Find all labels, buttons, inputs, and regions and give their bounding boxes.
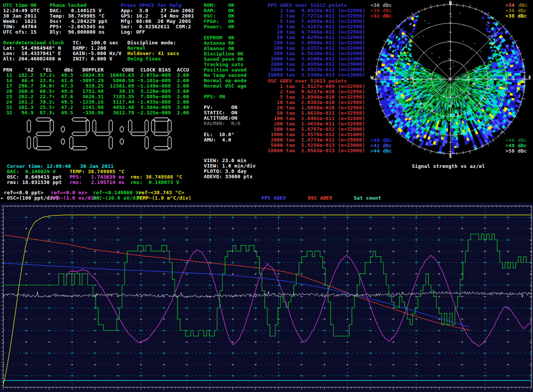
tc-setting: TC: 100.0 sec [73,40,119,46]
seven-segment-time [10,117,195,152]
compass-north: N [449,0,452,6]
pps-adev-row-10: 10 tau 7.4107e-011 (n=32980) [268,24,365,29]
strip-chart-plot-area[interactable] [0,203,533,392]
kalman-state: KALMAN: N/A [204,121,240,126]
help-hint: Press SPACE for help [121,3,182,8]
pps-adev-row-100: 100 tau 3.0060e-011 (n=32800) [268,40,365,46]
serial-number: Ser: 0.82362611 COM:2 [121,24,191,29]
status-ram: RAM: OK [204,8,234,13]
scale-osc: ← OSC=(100 ppt/div) [1,195,59,201]
ref-dac: ref~<0.148060 V> [93,190,142,195]
cursor-pps: PPS: 1.743639 ns [70,174,125,180]
pps-state: PPS: ON [204,94,225,99]
dbc-gt38: >38 dBc [505,13,527,19]
temp-readout: Temp: 38.749985 °C [50,13,105,19]
sat-row-17: 17 296.7 34.8↑ 47.3 928.25 11501.69 -1.1… [3,83,189,89]
sat-table-header: PRN °AZ °EL dBc DOPPLER CODE CLOCK BIAS … [3,67,189,73]
log-status: Log: OFF [121,29,145,35]
osc-readout: Osc↑ 4.284229 ppt [50,19,108,24]
signal-strength-polar-map [367,0,533,161]
status-leap: No leap second [204,73,247,78]
status-tracking: Tracking sats [204,62,244,67]
osc-adev-title: OSC ADEV over 51613 points [268,78,347,84]
cursor-pps-rms: rms: 2.195714 ns [70,180,125,185]
pps-adev-row-5: 5 tau 7.4889e-011 (n=32990) [268,19,365,24]
status-rom: ROM: OK [204,3,234,8]
gps-tow: TOW: 44704 [3,24,37,29]
cursor-osc-rms: rms: 18.031530 ppt [7,180,62,185]
compass-south: S [449,153,452,159]
osc-adev-row-50: 50 tau 5.0610e-011 (n=32900) [268,111,365,116]
utc-time: 12:24:49 UTC [3,8,40,13]
osc-adev-row-2000: 2000 tau 1.4774e-012 (n=29000) [268,137,365,143]
dbc-gt34: >34 [505,3,515,8]
lady-heather-screen: UTC time OK12:24:49 UTC30 Jan 2011Week: … [0,0,533,392]
dbc-gt40: >40 dBc [370,138,392,143]
ref-osc: ref=<0.0 ppt> [4,190,44,195]
status-osc-age: Normal OSC age [204,83,247,89]
gps-version: GPS: 10.2 14 Nov 2001 [121,13,194,19]
osc-adev-row-200: 200 tau 1.4659e-011 (n=32600) [268,121,365,127]
pps-adev-title: PPS ADEV over 51613 points [268,3,347,8]
dbc-gt48: >48 dBc [505,143,527,148]
longitude: Lon: 18.4337841° E [3,51,61,56]
utc-offset: UTC ofs: 15 [3,29,37,35]
scale-pps: PPS~(1.0 ns/div) [51,195,100,201]
doing-fixes: Doing fixes [127,56,161,62]
status-almanac: Almanac OK [204,46,234,51]
osc-adev-row-10000: 10000 tau 2.9563e-013 (n=13000) [268,148,365,153]
sat-row-20: 20 260.6 60.5↑ 49.6 1751.48 30.15 3.120e… [3,89,189,94]
phase-status: Phase locked [50,3,86,8]
dbc-gt30: >30 dBc [370,8,392,13]
ref-temp: ref~<38.743 °C> [138,190,184,195]
status-op-mode: Normal op mode [204,78,247,83]
clock-mode: Overdetermined clock [3,40,64,46]
sat-row-24: 24 161.2 70.2↓ 49.5 -1230.16 5117.44 -1.… [3,99,189,105]
pps-adev-row-2: 2 tau 7.7271e-011 (n=32996) [268,13,365,19]
osc-adev-row-1: 1 tau 1.9127e-009 (n=32998) [268,84,365,89]
dbc-gt32: >32 dBc [370,13,392,19]
latitude: Lat: 54.4964948° N [3,46,61,51]
sat-row-32: 32 94.9 87.3↓ 49.5 -336.96 3612.78 -2.32… [3,110,189,115]
cursor-time: Cursor time: 12:09:40 30 Jan 2011 [7,164,114,169]
pps-adev-row-5000: 5000 tau 6.9923e-013 (n=23000) [268,67,365,72]
pps-adev-row-200: 200 tau 1.6357e-011 (n=32600) [268,46,365,51]
dbc-lt30: <30 dBc [370,3,392,8]
osc-adev-row-5: 5 tau 3.8948e-010 (n=32990) [268,94,365,100]
compass-east: E [528,75,531,80]
legend-pps-adev: PPS ADEV [262,195,286,201]
legend-osc-adev: OSC ADEV [308,195,332,201]
cursor-osc: OSC: 8.649415 ppt [7,174,62,180]
pps-adev-row-1000: 1000 tau 3.4108e-012 (n=31000) [268,56,365,62]
adev-queue: ADEVQ: 33000 pts [204,174,253,179]
polar-caption: Signal strength vs az/el [412,164,485,169]
status-eeprom: EEPROM OK [204,35,234,41]
osc-adev-row-100: 100 tau 2.8402e-011 (n=32800) [268,116,365,121]
dbc-gt46: >46 dBc [505,138,527,143]
osc-adev-row-20: 20 tau 1.0898e-010 (n=32960) [268,105,365,111]
dly-readout: Dly: 90.000000 ns [50,29,105,35]
sat-row-31: 31 101.3 25.3↑ 47.2 2141.90 4892.46 3.36… [3,105,189,110]
osc-adev-row-500: 500 tau 5.8787e-012 (n=32000) [268,127,365,132]
status-power: Power: OK [204,24,234,29]
view-span: VIEW: 23.0 min [204,158,247,163]
gps-week: Week: 1621 [3,19,37,24]
osc-adev-row-1000: 1000 tau 2.9578e-012 (n=31000) [268,132,365,137]
dbc-gt36: >36 dBc [505,8,527,13]
cursor-temp-rms: rms: 38.749508 °C [130,174,182,180]
pps-adev-row-50: 50 tau 4.6295e-011 (n=32900) [268,35,365,40]
damp-setting: DAMP: 1.200 [73,46,106,51]
altitude: Alt: 204.46002480 m [3,56,61,62]
pps-adev-row-2000: 2000 tau 1.6896e-012 (n=29000) [268,62,365,67]
static-state: STATIC: ON [204,110,237,115]
el-mask: EL: 10.0° [204,132,234,137]
cursor-temp: TEMP: 38.749985 °C [70,169,125,174]
pps-adev-row-20: 20 tau 6.7466e-011 (n=32960) [268,29,365,35]
view-per-div: VIEW: 1.0 min/div [204,163,256,169]
pps-readout: PPS↑ -2.045345 ns [50,24,105,29]
discipline-mode-label: Discipline mode: [127,40,176,46]
osc-adev-row-5000: 5000 tau 5.9256e-013 (n=23000) [268,143,365,148]
sat-row-14: 14 46.4 22.8↓ 41.6 -3097.29 5860.56 -5.1… [3,78,189,83]
mfg-date: Mfg: 08:00 20 May 2005 [121,19,191,24]
status-position: Position saved [204,67,247,73]
